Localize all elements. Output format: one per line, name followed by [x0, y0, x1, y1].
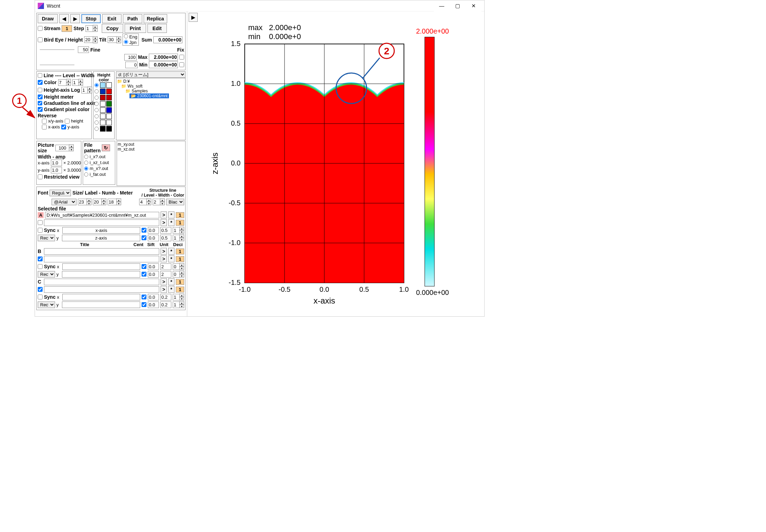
y-cent-B[interactable]: [142, 272, 146, 277]
max-value[interactable]: [149, 54, 178, 61]
y-unit-C[interactable]: [160, 301, 171, 308]
star-button-B2[interactable]: *: [168, 255, 174, 262]
replica-button[interactable]: Replica: [144, 14, 167, 23]
file-item-1[interactable]: m_xy.out: [118, 142, 184, 147]
swatch-red[interactable]: [106, 89, 112, 94]
min-value[interactable]: [149, 61, 178, 68]
sync-C-checkbox[interactable]: [38, 295, 43, 299]
stream-value[interactable]: [62, 25, 72, 32]
path-B[interactable]: [44, 248, 159, 255]
draw-button[interactable]: Draw: [38, 14, 58, 23]
star-button-A2[interactable]: *: [168, 219, 174, 226]
x-cent-B[interactable]: [142, 264, 146, 269]
slot-C2-checkbox[interactable]: [38, 287, 43, 292]
height-log-checkbox[interactable]: [38, 88, 42, 92]
restricted-checkbox[interactable]: [38, 174, 43, 179]
y-label-A[interactable]: [62, 235, 140, 241]
slider-1[interactable]: [40, 49, 74, 50]
x-unit-A[interactable]: [160, 227, 171, 234]
y-label-C[interactable]: [62, 301, 140, 308]
print-button[interactable]: Print: [125, 24, 146, 33]
star-button-A[interactable]: *: [168, 211, 174, 218]
swatch-white[interactable]: [106, 82, 112, 88]
selected-path-A2[interactable]: [44, 219, 159, 226]
swatch-red2[interactable]: [100, 95, 106, 100]
pic-y-value[interactable]: [51, 167, 62, 173]
sync-B-checkbox[interactable]: [38, 264, 43, 269]
fp-radio-4[interactable]: [84, 172, 88, 177]
min-fix-checkbox[interactable]: [179, 62, 184, 67]
grad-line-checkbox[interactable]: [38, 101, 42, 106]
swatch-black[interactable]: [100, 126, 106, 132]
height-log-value[interactable]: [81, 87, 88, 93]
fp-radio-3[interactable]: [84, 166, 88, 171]
gt-button-A2[interactable]: >: [161, 219, 167, 226]
struct-color-select[interactable]: Black: [166, 199, 184, 205]
x-label-A[interactable]: [62, 227, 140, 234]
x-label-B[interactable]: [62, 263, 140, 270]
y-label-B[interactable]: [62, 271, 140, 278]
y-cent-C[interactable]: [142, 302, 146, 307]
y-cent-A[interactable]: [142, 235, 146, 240]
star-button-B[interactable]: *: [168, 248, 174, 255]
x-cent-A[interactable]: [142, 228, 146, 233]
y-deci-C[interactable]: [173, 301, 180, 308]
star-button-C[interactable]: *: [168, 278, 174, 285]
font-s2[interactable]: [93, 199, 102, 205]
y-unit-B[interactable]: [160, 271, 171, 278]
hc-radio-5[interactable]: [94, 108, 99, 112]
max-fix-checkbox[interactable]: [179, 55, 184, 60]
gt-button-B[interactable]: >: [161, 248, 167, 255]
font-style-select[interactable]: Regular: [49, 190, 71, 196]
path-button[interactable]: Path: [123, 14, 142, 23]
swatch-black2[interactable]: [106, 126, 112, 132]
jpn-radio[interactable]: [124, 40, 128, 44]
edit-button[interactable]: Edit: [147, 24, 167, 33]
y-sift-A[interactable]: [148, 235, 159, 241]
rect-A-select[interactable]: Rect: [38, 235, 55, 241]
fine-value[interactable]: [78, 46, 89, 53]
file-list[interactable]: m_xy.out m_xz.out: [117, 141, 186, 186]
swatch-blue2[interactable]: [106, 107, 112, 113]
swatch-red3[interactable]: [106, 95, 112, 100]
slot-B2-checkbox[interactable]: [38, 256, 43, 261]
color-value[interactable]: [58, 79, 66, 86]
swatch-white7[interactable]: [106, 120, 112, 125]
y-unit-A[interactable]: [160, 235, 171, 241]
font-s3[interactable]: [108, 199, 117, 205]
fp-radio-2[interactable]: [84, 161, 88, 165]
eng-radio[interactable]: [124, 34, 128, 38]
swatch-green[interactable]: [106, 101, 112, 107]
swatch-white2[interactable]: [100, 101, 106, 107]
swatch-blue[interactable]: [100, 89, 106, 94]
sync-A-checkbox[interactable]: [38, 228, 43, 233]
gt-button-A[interactable]: >: [161, 211, 167, 218]
y-deci-B[interactable]: [173, 271, 180, 278]
swatch-white5[interactable]: [106, 114, 112, 119]
x-axis-rev-checkbox[interactable]: [42, 125, 47, 129]
x-deci-A[interactable]: [173, 227, 180, 234]
slot-A2-checkbox[interactable]: [38, 220, 43, 225]
color-value2[interactable]: [72, 79, 79, 86]
minimize-button[interactable]: —: [434, 0, 450, 11]
exit-button[interactable]: Exit: [102, 14, 121, 23]
gt-button-C[interactable]: >: [161, 278, 167, 285]
color-checkbox[interactable]: [38, 80, 43, 85]
height-value[interactable]: [84, 36, 93, 43]
swatch-white3[interactable]: [100, 107, 106, 113]
zero-input[interactable]: [125, 62, 138, 68]
file-item-2[interactable]: m_xz.out: [118, 147, 184, 152]
height-meter-checkbox[interactable]: [38, 94, 43, 99]
hc-radio-4[interactable]: [94, 102, 99, 106]
path-B2[interactable]: [44, 256, 159, 262]
x-sift-B[interactable]: [148, 263, 159, 270]
gt-button-B2[interactable]: >: [161, 255, 167, 262]
struct-width[interactable]: [153, 199, 160, 205]
close-button[interactable]: ✕: [466, 0, 481, 11]
x-sift-C[interactable]: [148, 294, 159, 300]
struct-level[interactable]: [139, 199, 147, 205]
refresh-button[interactable]: ↻: [102, 144, 110, 151]
hc-radio-3[interactable]: [94, 96, 99, 100]
rect-B-select[interactable]: Rect: [38, 271, 55, 278]
y-sift-C[interactable]: [148, 301, 159, 308]
